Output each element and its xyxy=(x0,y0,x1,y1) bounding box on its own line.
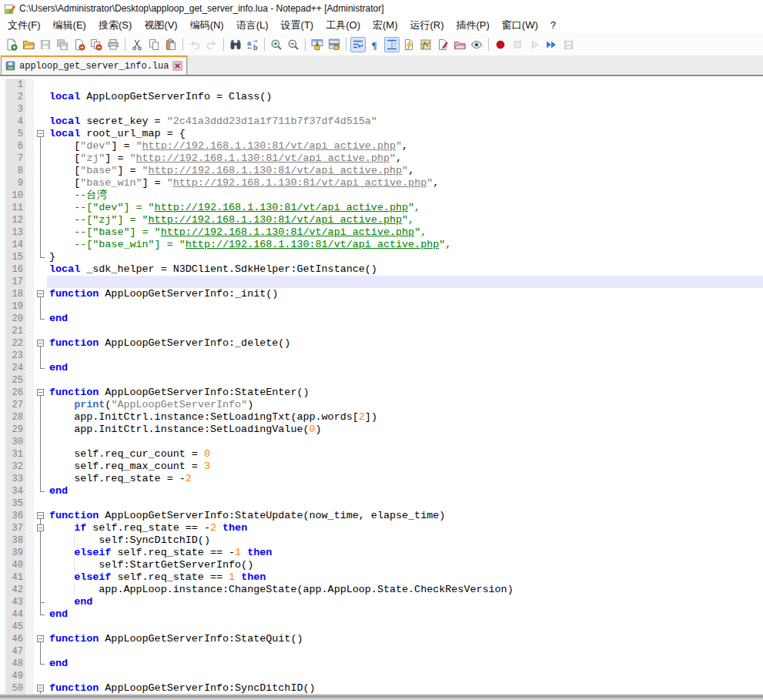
code-line[interactable]: 30 xyxy=(0,436,763,448)
code-text[interactable]: self:SyncDitchID() xyxy=(47,534,763,547)
code-line[interactable]: 7 ["zj"] = "http://192.168.1.130:81/vt/a… xyxy=(0,152,763,165)
code-line[interactable]: 26function AppLoopGetServerInfo:StateEnt… xyxy=(0,387,763,399)
code-text[interactable]: ["base"] = "http://192.168.1.130:81/vt/a… xyxy=(47,165,763,177)
menu-item-settings[interactable]: 设置(T) xyxy=(275,17,320,33)
menu-item-macro[interactable]: 宏(M) xyxy=(366,17,404,33)
code-text[interactable]: if self.req_state == -2 then xyxy=(47,522,763,534)
code-line[interactable]: 35 xyxy=(0,497,763,510)
code-text[interactable]: self.req_cur_count = 0 xyxy=(47,448,763,461)
fold-collapse-icon[interactable] xyxy=(34,288,47,300)
menu-item-help[interactable]: ? xyxy=(544,17,562,33)
copy-button[interactable] xyxy=(146,37,162,52)
code-text[interactable]: ["zj"] = "http://192.168.1.130:81/vt/api… xyxy=(47,152,763,165)
code-text[interactable]: app.InitCtrl.instance:SetLoadingValue(0) xyxy=(47,424,763,436)
document-map-button[interactable] xyxy=(418,37,433,52)
code-line[interactable]: 37 if self.req_state == -2 then xyxy=(0,522,763,534)
code-text[interactable]: end xyxy=(47,658,763,670)
code-line[interactable]: 15} xyxy=(0,251,763,263)
fold-collapse-icon[interactable] xyxy=(34,128,47,140)
code-line[interactable]: 11 --["dev"] = "http://192.168.1.130:81/… xyxy=(0,202,763,214)
sync-horizontal-scroll-button[interactable] xyxy=(326,37,342,52)
code-line[interactable]: 36function AppLoopGetServerInfo:StateUpd… xyxy=(0,510,763,522)
cut-button[interactable] xyxy=(129,37,145,52)
menu-item-edit[interactable]: 编辑(E) xyxy=(47,17,92,33)
close-file-button[interactable] xyxy=(72,37,87,52)
code-text[interactable] xyxy=(47,350,763,362)
horizontal-scrollbar[interactable] xyxy=(0,694,763,700)
code-line[interactable]: 8 ["base"] = "http://192.168.1.130:81/vt… xyxy=(0,165,763,177)
menu-item-view[interactable]: 视图(V) xyxy=(138,17,183,33)
code-line[interactable]: 23 xyxy=(0,350,763,362)
code-text[interactable]: self.req_state = -2 xyxy=(47,473,763,485)
code-line[interactable]: 40 self:StartGetServerInfo() xyxy=(0,559,763,571)
close-all-files-button[interactable] xyxy=(89,37,104,52)
code-line[interactable]: 28 app.InitCtrl.instance:SetLoadingTxt(a… xyxy=(0,411,763,424)
tab-close-icon[interactable] xyxy=(172,61,182,71)
code-line[interactable]: 31 self.req_cur_count = 0 xyxy=(0,448,763,461)
code-line[interactable]: 5local root_url_map = { xyxy=(0,128,763,140)
code-line[interactable]: 38 self:SyncDitchID() xyxy=(0,534,763,547)
fold-collapse-icon[interactable] xyxy=(34,633,47,645)
code-text[interactable]: app.InitCtrl.instance:SetLoadingTxt(app.… xyxy=(47,411,763,424)
code-text[interactable]: --台湾 xyxy=(47,189,763,202)
show-indent-guide-button[interactable] xyxy=(384,37,400,52)
code-line[interactable]: 49 xyxy=(0,670,763,682)
folder-as-workspace-button[interactable] xyxy=(452,37,467,52)
code-text[interactable]: elseif self.req_state == 1 then xyxy=(47,571,763,584)
code-text[interactable]: local _sdk_helper = N3DClient.SdkHelper:… xyxy=(47,263,763,276)
menu-item-language[interactable]: 语言(L) xyxy=(230,17,275,33)
code-text[interactable] xyxy=(47,325,763,337)
code-line[interactable]: 34end xyxy=(0,485,763,497)
code-line[interactable]: 47 xyxy=(0,645,763,658)
code-line[interactable]: 9 ["base_win"] = "http://192.168.1.130:8… xyxy=(0,177,763,189)
code-text[interactable] xyxy=(47,621,763,633)
code-text[interactable]: ["base_win"] = "http://192.168.1.130:81/… xyxy=(47,177,763,189)
code-text[interactable] xyxy=(47,79,763,91)
code-line[interactable]: 22function AppLoopGetServerInfo:_delete(… xyxy=(0,337,763,350)
function-list-button[interactable] xyxy=(401,37,417,52)
editor[interactable]: 12local AppLoopGetServerInfo = Class()34… xyxy=(0,76,763,694)
code-line[interactable]: 44end xyxy=(0,608,763,621)
code-line[interactable]: 2local AppLoopGetServerInfo = Class() xyxy=(0,91,763,103)
code-line[interactable]: 16local _sdk_helper = N3DClient.SdkHelpe… xyxy=(0,263,763,276)
code-text[interactable] xyxy=(47,300,763,313)
code-text[interactable]: function AppLoopGetServerInfo:StateEnter… xyxy=(47,387,763,399)
macro-run-multiple-button[interactable] xyxy=(544,37,559,52)
code-line[interactable]: 3 xyxy=(0,103,763,116)
code-line[interactable]: 48end xyxy=(0,658,763,670)
code-line[interactable]: 41 elseif self.req_state == 1 then xyxy=(0,571,763,584)
code-line[interactable]: 12 --["zj"] = "http://192.168.1.130:81/v… xyxy=(0,214,763,226)
open-file-button[interactable] xyxy=(21,37,36,52)
menu-item-run[interactable]: 运行(R) xyxy=(403,17,450,33)
code-line[interactable]: 29 app.InitCtrl.instance:SetLoadingValue… xyxy=(0,424,763,436)
code-line[interactable]: 10 --台湾 xyxy=(0,189,763,202)
code-text[interactable] xyxy=(47,103,763,116)
code-text[interactable]: function AppLoopGetServerInfo:StateUpdat… xyxy=(47,510,763,522)
code-line[interactable]: 19 xyxy=(0,300,763,313)
code-text[interactable]: local secret_key = "2c41a3ddd23d1a1f711b… xyxy=(47,116,763,128)
menu-item-file[interactable]: 文件(F) xyxy=(2,17,47,33)
code-text[interactable]: print("AppLoopGetServerInfo") xyxy=(47,399,763,411)
code-text[interactable] xyxy=(47,374,763,387)
fold-collapse-icon[interactable] xyxy=(34,682,47,694)
code-line[interactable]: 24end xyxy=(0,362,763,374)
code-text[interactable]: end xyxy=(47,485,763,497)
sync-vertical-scroll-button[interactable] xyxy=(310,37,325,52)
code-text[interactable]: local AppLoopGetServerInfo = Class() xyxy=(47,91,763,103)
code-text[interactable]: } xyxy=(47,251,763,263)
code-line[interactable]: 42 app.AppLoop.instance:ChangeState(app.… xyxy=(0,584,763,596)
code-text[interactable]: function AppLoopGetServerInfo:StateQuit(… xyxy=(47,633,763,645)
code-line[interactable]: 1 xyxy=(0,79,763,91)
paste-button[interactable] xyxy=(163,37,179,52)
code-line[interactable]: 27 print("AppLoopGetServerInfo") xyxy=(0,399,763,411)
code-text[interactable]: end xyxy=(47,608,763,621)
code-text[interactable]: --["base_win"] = "http://192.168.1.130:8… xyxy=(47,239,763,251)
code-text[interactable] xyxy=(47,276,763,288)
code-line[interactable]: 50function AppLoopGetServerInfo:SyncDitc… xyxy=(0,682,763,694)
code-line[interactable]: 17 xyxy=(0,276,763,288)
code-line[interactable]: 20end xyxy=(0,313,763,325)
code-line[interactable]: 45 xyxy=(0,621,763,633)
code-text[interactable]: --["dev"] = "http://192.168.1.130:81/vt/… xyxy=(47,202,763,214)
code-text[interactable] xyxy=(47,497,763,510)
code-text[interactable] xyxy=(47,670,763,682)
